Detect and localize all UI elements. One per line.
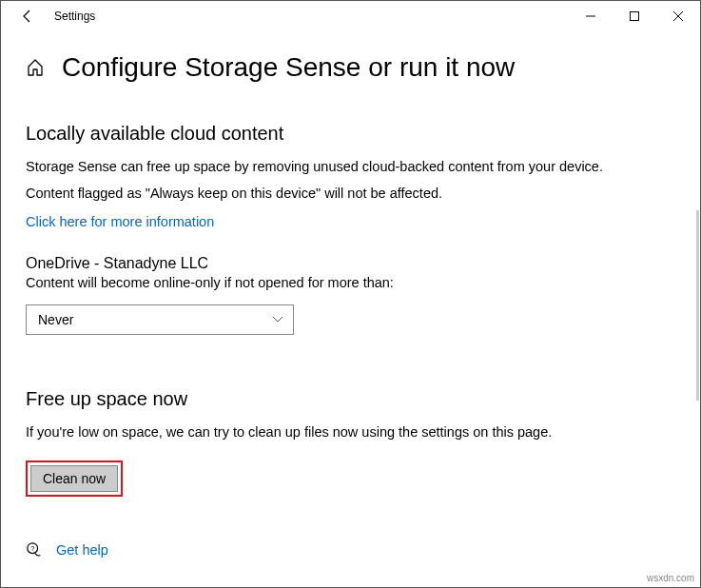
svg-rect-1 [631,12,639,21]
more-info-link[interactable]: Click here for more information [26,214,214,229]
back-button[interactable] [9,1,47,31]
free-up-description: If you're low on space, we can try to cl… [26,423,675,442]
online-only-dropdown[interactable]: Never [26,304,294,335]
app-name: Settings [54,10,95,23]
cloud-description-1: Storage Sense can free up space by remov… [26,158,675,177]
cloud-description-2: Content flagged as "Always keep on this … [26,185,675,204]
dropdown-caption: Content will become online-only if not o… [26,274,675,293]
cloud-content-heading: Locally available cloud content [26,123,675,145]
titlebar: Settings [1,1,700,31]
chevron-down-icon [272,314,283,325]
dropdown-value: Never [38,312,73,327]
maximize-button[interactable] [613,1,656,31]
clean-now-highlight: Clean now [26,461,123,497]
minimize-button[interactable] [569,1,613,31]
help-icon: ? [26,541,43,559]
free-up-space-section: Free up space now If you're low on space… [26,388,675,498]
watermark: wsxdn.com [647,573,694,583]
free-up-heading: Free up space now [26,388,675,410]
page-header: Configure Storage Sense or run it now [1,31,700,88]
onedrive-account-label: OneDrive - Stanadyne LLC [26,255,675,272]
page-title: Configure Storage Sense or run it now [62,52,515,83]
help-row: ? Get help [26,541,108,559]
scrollbar[interactable] [696,210,699,401]
home-icon[interactable] [26,58,45,77]
content-area: Locally available cloud content Storage … [1,88,700,497]
clean-now-button[interactable]: Clean now [30,465,118,492]
get-help-link[interactable]: Get help [56,542,108,558]
svg-text:?: ? [30,544,34,553]
window-controls [569,1,700,31]
close-button[interactable] [656,1,700,31]
